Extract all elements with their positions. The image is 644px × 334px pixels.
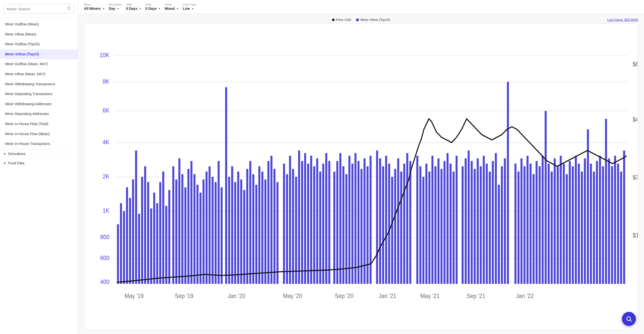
search-input[interactable] — [7, 7, 67, 11]
scale-select[interactable]: Mixed ▼ — [165, 7, 179, 11]
svg-rect-96 — [342, 166, 344, 284]
miner-filter-select[interactable]: All Miners ▼ — [84, 7, 105, 11]
svg-rect-142 — [492, 161, 494, 284]
svg-rect-154 — [533, 174, 535, 284]
sidebar-section-derivatives[interactable]: ▶Derivatives — [0, 149, 78, 158]
svg-rect-180 — [611, 166, 613, 284]
sidebar-item-miner-inflow-mean-ma7[interactable]: Miner Inflow (Mean, MA7) — [0, 69, 78, 79]
svg-rect-74 — [270, 156, 272, 284]
svg-rect-87 — [313, 166, 315, 284]
svg-rect-93 — [333, 172, 335, 284]
svg-rect-108 — [382, 166, 384, 284]
svg-rect-181 — [614, 156, 616, 284]
svg-rect-98 — [348, 156, 350, 284]
svg-rect-169 — [578, 164, 580, 284]
svg-rect-82 — [298, 151, 300, 284]
svg-rect-172 — [587, 129, 589, 284]
svg-rect-54 — [209, 166, 211, 284]
main-content: Miner All Miners ▼ Resolution Day ▼ SMA … — [78, 0, 644, 334]
sidebar-item-miner-inhouse-flow-total[interactable]: Miner In-House Flow (Total) — [0, 119, 78, 129]
svg-rect-127 — [444, 161, 446, 284]
svg-text:$30K: $30K — [633, 174, 638, 181]
svg-rect-97 — [345, 174, 347, 284]
ema-chevron-icon: ▼ — [158, 7, 161, 10]
sidebar-item-miner-withdrawing-addresses[interactable]: Miner Withdrawing Addresses — [0, 99, 78, 109]
svg-rect-126 — [440, 169, 442, 284]
svg-rect-48 — [190, 161, 192, 284]
svg-rect-184 — [623, 151, 625, 284]
ema-select[interactable]: 0 Days ▼ — [145, 7, 161, 11]
svg-rect-52 — [203, 179, 205, 284]
svg-rect-112 — [394, 169, 396, 284]
svg-text:400: 400 — [100, 279, 109, 285]
svg-rect-55 — [212, 177, 214, 284]
sidebar-item-miner-depositing-transactions[interactable]: Miner Depositing Transactions — [0, 89, 78, 99]
sidebar-section-fund-data[interactable]: ▶Fund Data — [0, 158, 78, 168]
svg-rect-111 — [391, 177, 393, 284]
sma-select[interactable]: 0 Days ▼ — [126, 7, 141, 11]
svg-text:4K: 4K — [103, 139, 109, 145]
svg-rect-125 — [437, 158, 439, 284]
sidebar-item-miner-outflow-mean[interactable]: Miner Outflow (Mean) — [0, 19, 78, 29]
sidebar-item-miner-inhouse-transactions[interactable]: Miner In-House Transactions — [0, 139, 78, 149]
svg-line-1 — [70, 9, 70, 10]
svg-rect-151 — [524, 166, 526, 284]
svg-rect-78 — [286, 174, 288, 284]
svg-rect-128 — [447, 153, 449, 284]
svg-rect-147 — [507, 82, 509, 284]
svg-rect-85 — [307, 164, 309, 284]
svg-rect-63 — [237, 172, 239, 284]
svg-text:6K: 6K — [103, 107, 109, 114]
chart-type-select[interactable]: Line ▼ — [183, 7, 196, 11]
sidebar-item-miner-inflow-mean[interactable]: Miner Inflow (Mean) — [0, 29, 78, 40]
section-label: Fund Data — [8, 161, 24, 165]
svg-rect-177 — [602, 166, 604, 284]
svg-rect-114 — [400, 172, 402, 284]
resolution-group: Resolution Day ▼ — [109, 3, 122, 11]
svg-rect-163 — [560, 156, 562, 284]
resolution-select[interactable]: Day ▼ — [109, 7, 122, 11]
svg-text:Sep '21: Sep '21 — [467, 293, 485, 300]
svg-text:May '19: May '19 — [125, 293, 144, 300]
sidebar-item-miner-outflow-mean-ma7[interactable]: Miner Outflow (Mean, MA7) — [0, 59, 78, 69]
svg-rect-32 — [141, 177, 143, 284]
sma-chevron-icon: ▼ — [139, 7, 141, 10]
sidebar-item-miner-depositing-addresses[interactable]: Miner Depositing Addresses — [0, 109, 78, 119]
svg-text:Sep '19: Sep '19 — [175, 293, 193, 300]
miner-filter-value: All Miners — [84, 7, 101, 11]
svg-rect-140 — [486, 164, 488, 284]
svg-rect-179 — [608, 158, 610, 284]
last-value-badge: Last Value: 883.9648 — [607, 18, 638, 22]
svg-rect-57 — [218, 161, 220, 284]
legend-items: Price USD Miner Inflow (Top10) — [270, 18, 452, 22]
svg-rect-39 — [162, 172, 164, 284]
svg-rect-77 — [283, 164, 285, 284]
svg-rect-132 — [462, 166, 464, 284]
svg-rect-168 — [575, 156, 577, 284]
ema-value: 0 Days — [145, 7, 157, 11]
svg-rect-149 — [517, 172, 519, 284]
svg-rect-72 — [264, 179, 266, 284]
svg-rect-70 — [258, 166, 260, 284]
search-fab[interactable] — [622, 312, 636, 326]
svg-rect-88 — [316, 158, 318, 284]
miner-chevron-icon: ▼ — [102, 7, 105, 10]
svg-rect-43 — [175, 179, 177, 284]
svg-rect-89 — [319, 172, 321, 284]
svg-rect-157 — [542, 156, 544, 284]
svg-rect-26 — [123, 211, 125, 284]
svg-rect-124 — [434, 166, 436, 284]
sidebar-item-miner-withdrawing-transactions[interactable]: Miner Withdrawing Transactions — [0, 79, 78, 89]
sidebar-item-miner-inhouse-flow-mean[interactable]: Miner In-House Flow (Mean) — [0, 129, 78, 139]
svg-rect-171 — [584, 158, 586, 284]
svg-text:1K: 1K — [103, 207, 109, 214]
sidebar-item-miner-inflow-top10[interactable]: Miner Inflow (Top10) — [0, 49, 78, 59]
svg-rect-25 — [120, 203, 122, 284]
sidebar-item-miner-outflow-top10[interactable]: Miner Outflow (Top10) — [0, 39, 78, 49]
svg-rect-131 — [456, 156, 458, 284]
scale-chevron-icon: ▼ — [176, 7, 179, 10]
svg-rect-44 — [178, 158, 180, 284]
svg-rect-31 — [138, 214, 140, 284]
search-box[interactable] — [4, 4, 74, 14]
chart-type-group: Chart Type Line ▼ — [183, 3, 196, 11]
